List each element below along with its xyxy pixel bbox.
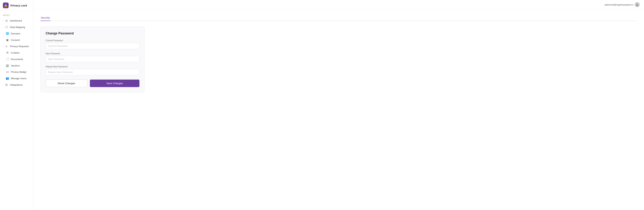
sidebar-item-label: Cookies [11,51,30,54]
sidebar: 🔒 Privacy Lock Pages › ◎ Dashboard › ⬡ D… [0,0,33,210]
current-password-group: Current Password [46,39,140,49]
sidebar-item-vendors[interactable]: 🏢 Vendors [0,62,33,69]
sidebar-item-integrations[interactable]: › ⧉ Integrations [0,82,33,88]
integrations-icon: ⧉ [5,83,8,86]
manage-users-icon: 👥 [6,77,9,80]
change-password-card: Change Password Current Password New Pas… [40,26,145,92]
privacy-requests-icon: ≡ [5,45,8,48]
privacy-badge-icon: 🏷 [6,70,9,74]
save-changes-button[interactable]: Save Changes [90,80,140,87]
tabs-bar: Security [40,15,637,21]
data-mapping-icon: ⬡ [5,25,8,29]
chevron-icon: › [3,26,4,28]
sidebar-item-cookies[interactable]: ⚙ Cookies [0,49,33,56]
reset-changes-button[interactable]: Reset Changes [46,80,87,87]
page-content: Security Change Password Current Passwor… [33,9,644,210]
domains-icon: 🌐 [6,32,9,35]
user-info: welcome@myprivacylock.io [604,2,640,7]
chevron-icon: › [3,84,4,86]
sidebar-item-label: Manage Users [11,77,30,80]
main-content: welcome@myprivacylock.io Security Change… [33,0,644,210]
new-password-label: New Password [46,52,140,55]
sidebar-item-label: Privacy Badge [11,71,30,73]
repeat-new-password-input[interactable] [46,69,140,75]
sidebar-item-label: Privacy Requests [10,45,30,48]
dashboard-icon: ◎ [5,19,8,22]
sidebar-item-label: Vendors [11,64,30,67]
sidebar-item-consent[interactable]: ▣ Consent [0,37,33,43]
chevron-icon: › [3,20,4,22]
logo-icon: 🔒 [3,2,8,8]
user-email: welcome@myprivacylock.io [604,3,633,6]
sidebar-item-dashboard[interactable]: › ◎ Dashboard [0,17,33,24]
avatar [635,2,640,7]
current-password-input[interactable] [46,43,140,49]
sidebar-item-label: Integrations [10,84,30,86]
current-password-label: Current Password [46,39,140,42]
pages-section-label: Pages [0,11,33,17]
sidebar-item-label: Documents [11,58,30,61]
cookies-icon: ⚙ [6,51,9,54]
documents-icon: 📄 [6,58,9,61]
sidebar-item-label: Domains [11,32,30,35]
chevron-icon: › [3,45,4,47]
sidebar-item-manage-users[interactable]: 👥 Manage Users [0,75,33,82]
tab-security[interactable]: Security [40,15,50,21]
sidebar-item-documents[interactable]: 📄 Documents [0,56,33,62]
repeat-new-password-group: Repeat New Password [46,65,140,75]
sidebar-item-domains[interactable]: 🌐 Domains [0,30,33,37]
sidebar-item-label: Consent [11,39,30,41]
form-buttons: Reset Changes Save Changes [46,80,140,87]
repeat-new-password-label: Repeat New Password [46,65,140,68]
app-name: Privacy Lock [10,4,27,7]
sidebar-logo[interactable]: 🔒 Privacy Lock [0,0,33,11]
sidebar-item-privacy-badge[interactable]: 🏷 Privacy Badge [0,69,33,75]
new-password-group: New Password [46,52,140,62]
sidebar-item-data-mapping[interactable]: › ⬡ Data Mapping [0,24,33,30]
sidebar-item-privacy-requests[interactable]: › ≡ Privacy Requests [0,43,33,49]
topbar: welcome@myprivacylock.io [33,0,644,9]
sidebar-item-label: Dashboard [10,19,30,22]
sidebar-item-label: Data Mapping [10,26,30,28]
svg-point-0 [637,3,638,5]
card-title: Change Password [46,31,140,35]
vendors-icon: 🏢 [6,64,9,67]
new-password-input[interactable] [46,56,140,62]
consent-icon: ▣ [6,38,9,42]
